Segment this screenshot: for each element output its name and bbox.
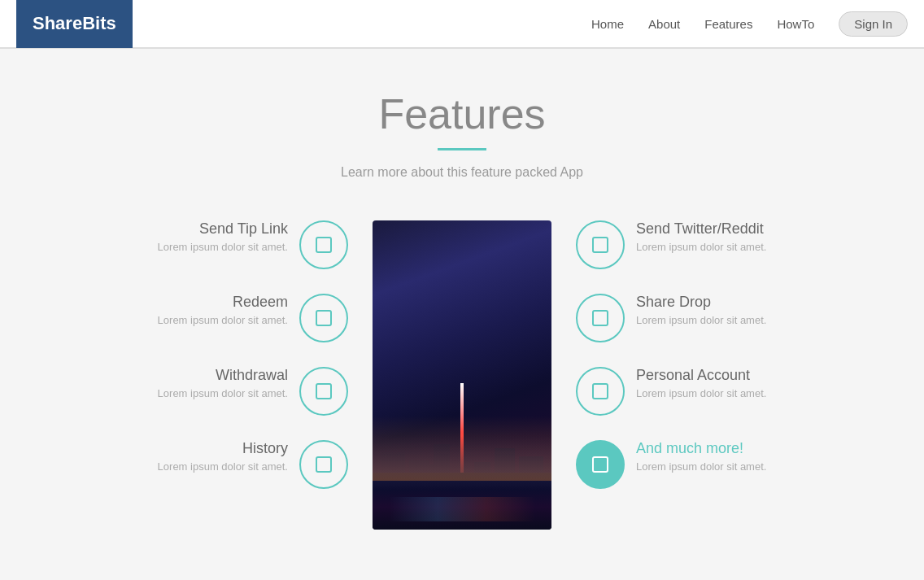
building-3: [434, 444, 450, 485]
share-drop-icon: [592, 310, 608, 326]
feature-desc-personal-account: Lorem ipsum dolor sit amet.: [636, 387, 766, 399]
features-right-column: Send Twitter/Reddit Lorem ipsum dolor si…: [551, 220, 891, 489]
feature-circle-history: [299, 440, 348, 489]
feature-desc-redeem: Lorem ipsum dolor sit amet.: [158, 314, 288, 326]
feature-desc-twitter-reddit: Lorem ipsum dolor sit amet.: [636, 241, 766, 253]
logo[interactable]: ShareBits: [16, 0, 133, 48]
signin-button[interactable]: Sign In: [839, 11, 908, 37]
nav-link-about[interactable]: About: [648, 17, 680, 31]
feature-desc-withdrawal: Lorem ipsum dolor sit amet.: [158, 387, 288, 399]
title-section: Features Learn more about this feature p…: [33, 89, 891, 180]
feature-desc-and-much-more: Lorem ipsum dolor sit amet.: [636, 460, 766, 473]
feature-text-twitter-reddit: Send Twitter/Reddit Lorem ipsum dolor si…: [636, 220, 766, 253]
feature-text-share-drop: Share Drop Lorem ipsum dolor sit amet.: [636, 294, 766, 326]
feature-share-drop: Share Drop Lorem ipsum dolor sit amet.: [576, 294, 891, 342]
feature-title-share-drop: Share Drop: [636, 294, 766, 311]
redeem-icon: [316, 310, 332, 326]
send-tip-link-icon: [316, 237, 332, 253]
feature-history: History Lorem ipsum dolor sit amet.: [33, 440, 348, 489]
feature-circle-withdrawal: [299, 367, 348, 416]
feature-text-personal-account: Personal Account Lorem ipsum dolor sit a…: [636, 367, 766, 399]
feature-and-much-more: And much more! Lorem ipsum dolor sit ame…: [576, 440, 891, 489]
building-4: [519, 456, 543, 485]
features-left-column: Send Tip Link Lorem ipsum dolor sit amet…: [33, 220, 373, 489]
nav-link-home[interactable]: Home: [591, 17, 624, 31]
building-5: [495, 448, 515, 485]
center-image-container: [373, 220, 551, 530]
feature-title-send-tip-link: Send Tip Link: [158, 220, 288, 238]
feature-circle-send-tip-link: [299, 220, 348, 269]
title-underline: [438, 148, 486, 150]
withdrawal-icon: [316, 383, 332, 399]
personal-account-icon: [592, 383, 608, 399]
feature-personal-account: Personal Account Lorem ipsum dolor sit a…: [576, 367, 891, 416]
feature-circle-redeem: [299, 294, 348, 342]
feature-text-redeem: Redeem Lorem ipsum dolor sit amet.: [158, 294, 288, 326]
feature-title-redeem: Redeem: [158, 294, 288, 311]
twitter-reddit-icon: [592, 237, 608, 253]
feature-send-twitter-reddit: Send Twitter/Reddit Lorem ipsum dolor si…: [576, 220, 891, 269]
feature-title-personal-account: Personal Account: [636, 367, 766, 384]
nav-link-features[interactable]: Features: [704, 17, 752, 31]
feature-circle-personal-account: [576, 367, 625, 416]
main-content: Features Learn more about this feature p…: [0, 49, 924, 562]
feature-text-withdrawal: Withdrawal Lorem ipsum dolor sit amet.: [158, 367, 288, 399]
feature-desc-send-tip-link: Lorem ipsum dolor sit amet.: [158, 241, 288, 253]
and-much-more-icon: [592, 456, 608, 473]
feature-text-send-tip-link: Send Tip Link Lorem ipsum dolor sit amet…: [158, 220, 288, 253]
history-icon: [316, 456, 332, 473]
feature-title-withdrawal: Withdrawal: [158, 367, 288, 384]
feature-circle-share-drop: [576, 294, 625, 342]
feature-text-and-much-more: And much more! Lorem ipsum dolor sit ame…: [636, 440, 766, 473]
feature-send-tip-link: Send Tip Link Lorem ipsum dolor sit amet…: [33, 220, 348, 269]
water-shimmer: [389, 497, 535, 521]
feature-desc-history: Lorem ipsum dolor sit amet.: [158, 460, 288, 473]
feature-desc-share-drop: Lorem ipsum dolor sit amet.: [636, 314, 766, 326]
navbar: ShareBits Home About Features HowTo Sign…: [0, 0, 924, 49]
nav-links: Home About Features HowTo Sign In: [591, 11, 908, 37]
feature-title-twitter-reddit: Send Twitter/Reddit: [636, 220, 766, 238]
features-layout: Send Tip Link Lorem ipsum dolor sit amet…: [33, 220, 891, 530]
feature-title-history: History: [158, 440, 288, 457]
nav-link-howto[interactable]: HowTo: [777, 17, 814, 31]
phone-screenshot: [373, 220, 551, 530]
feature-circle-twitter-reddit: [576, 220, 625, 269]
feature-redeem: Redeem Lorem ipsum dolor sit amet.: [33, 294, 348, 342]
feature-circle-and-much-more: [576, 440, 625, 489]
skyline: [373, 436, 551, 485]
feature-withdrawal: Withdrawal Lorem ipsum dolor sit amet.: [33, 367, 348, 416]
feature-text-history: History Lorem ipsum dolor sit amet.: [158, 440, 288, 473]
page-title: Features: [33, 89, 891, 138]
building-1: [381, 452, 405, 485]
feature-title-and-much-more: And much more!: [636, 440, 766, 457]
page-subtitle: Learn more about this feature packed App: [33, 165, 891, 180]
